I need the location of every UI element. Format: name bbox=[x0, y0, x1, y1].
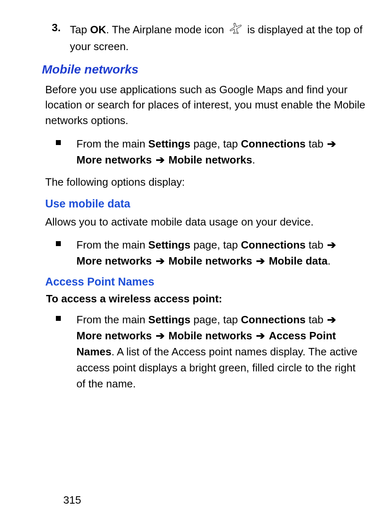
text: page, tap bbox=[190, 313, 241, 326]
ok-label: OK bbox=[90, 23, 106, 36]
mobile-data-label: Mobile data bbox=[269, 255, 327, 267]
text: tab bbox=[306, 138, 327, 150]
page: 3. Tap OK. The Airplane mode icon is dis… bbox=[0, 0, 392, 532]
arrow-icon: ➔ bbox=[327, 239, 336, 251]
text: From the main bbox=[76, 239, 148, 251]
following-options: The following options display: bbox=[45, 175, 367, 190]
heading-use-mobile-data: Use mobile data bbox=[45, 198, 367, 210]
use-mobile-data-body: Allows you to activate mobile data usage… bbox=[45, 214, 367, 230]
mobile-networks-intro: Before you use applications such as Goog… bbox=[45, 82, 367, 129]
arrow-icon: ➔ bbox=[156, 255, 165, 267]
bullet-body: From the main Settings page, tap Connect… bbox=[76, 136, 359, 168]
square-bullet-icon bbox=[56, 140, 61, 145]
bullet-nav-apn: From the main Settings page, tap Connect… bbox=[56, 312, 359, 392]
arrow-icon: ➔ bbox=[327, 313, 336, 326]
square-bullet-icon bbox=[56, 241, 61, 246]
text: tab bbox=[306, 239, 327, 251]
mobile-networks-label: Mobile networks bbox=[168, 154, 252, 166]
bullet-body: From the main Settings page, tap Connect… bbox=[76, 312, 359, 392]
settings-label: Settings bbox=[148, 313, 191, 326]
bullet-nav-mobile-data: From the main Settings page, tap Connect… bbox=[56, 237, 359, 269]
text: . A list of the Access point names displ… bbox=[76, 345, 357, 390]
settings-label: Settings bbox=[148, 239, 191, 251]
more-networks-label: More networks bbox=[76, 255, 152, 267]
mobile-networks-label: Mobile networks bbox=[168, 329, 252, 342]
text: From the main bbox=[76, 313, 148, 326]
page-number: 315 bbox=[63, 494, 81, 507]
step-number: 3. bbox=[52, 21, 70, 34]
mobile-networks-label: Mobile networks bbox=[168, 255, 252, 267]
bullet-nav-mobile-networks: From the main Settings page, tap Connect… bbox=[56, 136, 359, 168]
connections-label: Connections bbox=[241, 138, 305, 150]
text: tab bbox=[306, 313, 327, 326]
heading-mobile-networks: Mobile networks bbox=[42, 62, 367, 76]
connections-label: Connections bbox=[241, 239, 305, 251]
heading-access-point-names: Access Point Names bbox=[45, 276, 367, 288]
text: From the main bbox=[76, 138, 148, 150]
square-bullet-icon bbox=[56, 316, 61, 321]
text: . bbox=[252, 154, 255, 166]
airplane-icon bbox=[229, 21, 243, 39]
connections-label: Connections bbox=[241, 313, 305, 326]
step-body: Tap OK. The Airplane mode icon is displa… bbox=[70, 21, 367, 54]
text: . bbox=[327, 255, 330, 267]
arrow-icon: ➔ bbox=[327, 138, 336, 150]
step-3: 3. Tap OK. The Airplane mode icon is dis… bbox=[52, 21, 367, 54]
text: page, tap bbox=[190, 239, 241, 251]
arrow-icon: ➔ bbox=[256, 329, 265, 342]
arrow-icon: ➔ bbox=[156, 329, 165, 342]
arrow-icon: ➔ bbox=[256, 255, 265, 267]
apn-lead: To access a wireless access point: bbox=[46, 292, 367, 305]
text: page, tap bbox=[190, 138, 241, 150]
more-networks-label: More networks bbox=[76, 329, 152, 342]
text: Tap bbox=[70, 23, 90, 36]
more-networks-label: More networks bbox=[76, 154, 152, 166]
text: . The Airplane mode icon bbox=[106, 23, 227, 36]
bullet-body: From the main Settings page, tap Connect… bbox=[76, 237, 359, 269]
settings-label: Settings bbox=[148, 138, 191, 150]
arrow-icon: ➔ bbox=[156, 154, 165, 166]
